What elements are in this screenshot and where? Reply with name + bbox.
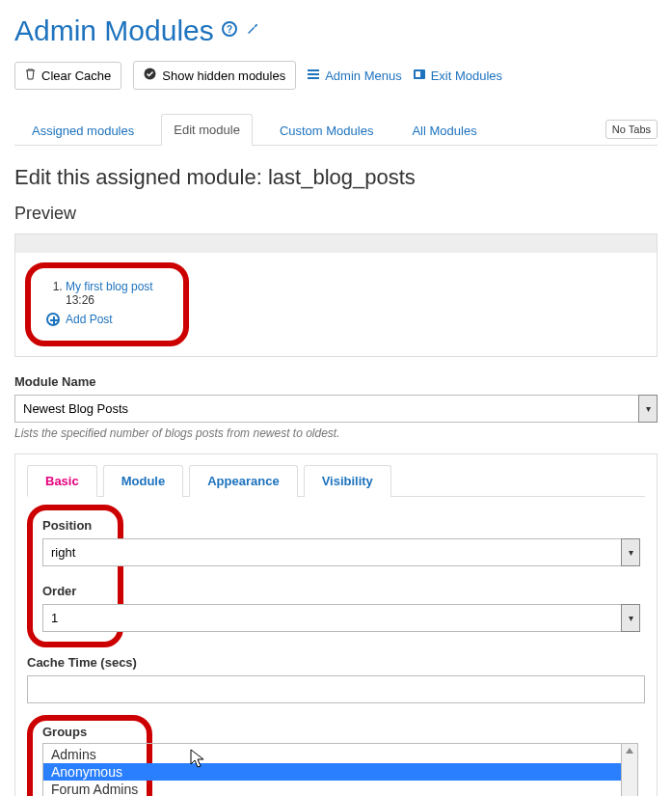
preview-titlebar	[14, 233, 658, 253]
help-icon[interactable]: ?	[222, 21, 237, 41]
clear-cache-button[interactable]: Clear Cache	[14, 62, 121, 90]
svg-rect-4	[416, 71, 420, 77]
groups-listbox[interactable]: Admins Anonymous Forum Admins Registered	[42, 743, 622, 796]
admin-menus-label: Admin Menus	[325, 69, 401, 83]
tab-visibility[interactable]: Visibility	[304, 465, 391, 497]
position-dropdown-icon[interactable]: ▾	[621, 538, 640, 566]
edit-heading: Edit this assigned module: last_blog_pos…	[14, 165, 658, 190]
tab-custom-modules[interactable]: Custom Modules	[268, 116, 386, 146]
no-tabs-button[interactable]: No Tabs	[605, 120, 658, 139]
admin-menus-link[interactable]: Admin Menus	[308, 69, 401, 83]
preview-heading: Preview	[14, 204, 658, 224]
order-select[interactable]	[42, 604, 621, 632]
show-hidden-button[interactable]: Show hidden modules	[133, 61, 296, 90]
page-title: Admin Modules ?	[14, 14, 658, 47]
order-dropdown-icon[interactable]: ▾	[621, 604, 640, 632]
position-order-highlight: Position ▾ Order ▾	[27, 505, 123, 647]
group-option-forum-admins[interactable]: Forum Admins	[43, 781, 621, 796]
module-name-select[interactable]	[14, 395, 638, 423]
tab-appearance[interactable]: Appearance	[189, 465, 297, 497]
svg-text:?: ?	[227, 24, 232, 35]
position-select[interactable]	[42, 538, 621, 566]
wrench-icon[interactable]	[245, 21, 260, 41]
page-title-text: Admin Modules	[14, 14, 214, 47]
preview-post-item: My first blog post 13:26	[66, 280, 168, 307]
trash-icon	[25, 69, 36, 83]
groups-scrollbar[interactable]	[622, 743, 638, 796]
add-post-link[interactable]: Add Post	[46, 313, 113, 326]
group-option-admins[interactable]: Admins	[43, 746, 621, 763]
module-settings-panel: Basic Module Appearance Visibility Posit…	[14, 453, 658, 796]
tab-assigned-modules[interactable]: Assigned modules	[20, 116, 146, 146]
order-label: Order	[42, 584, 108, 598]
cache-time-label: Cache Time (secs)	[27, 655, 645, 670]
add-post-label: Add Post	[66, 313, 113, 326]
settings-tabs: Basic Module Appearance Visibility	[27, 464, 645, 497]
position-label: Position	[42, 518, 108, 533]
preview-post-time: 13:26	[66, 293, 94, 307]
main-tabs: Assigned modules Edit module Custom Modu…	[14, 113, 658, 146]
group-option-anonymous[interactable]: Anonymous	[43, 763, 621, 781]
show-hidden-label: Show hidden modules	[162, 69, 285, 83]
tab-basic[interactable]: Basic	[27, 465, 97, 497]
tab-module[interactable]: Module	[103, 465, 184, 497]
module-name-dropdown-icon[interactable]: ▾	[638, 395, 658, 423]
menu-icon	[308, 69, 319, 82]
groups-label: Groups	[42, 725, 137, 739]
module-name-hint: Lists the specified number of blogs post…	[14, 426, 658, 440]
clear-cache-label: Clear Cache	[41, 69, 111, 83]
exit-modules-label: Exit Modules	[431, 69, 502, 83]
plus-circle-icon	[46, 313, 60, 326]
exit-icon	[414, 69, 425, 82]
preview-highlight: My first blog post 13:26 Add Post	[25, 262, 189, 346]
preview-post-link[interactable]: My first blog post	[66, 280, 153, 293]
module-name-label: Module Name	[14, 374, 658, 389]
cache-time-input[interactable]	[27, 675, 645, 703]
tab-all-modules[interactable]: All Modules	[400, 116, 488, 146]
exit-modules-link[interactable]: Exit Modules	[414, 69, 502, 83]
groups-highlight: Groups Admins Anonymous Forum Admins Reg…	[27, 715, 152, 796]
check-circle-icon	[144, 68, 156, 83]
top-toolbar: Clear Cache Show hidden modules Admin Me…	[14, 61, 658, 90]
tab-edit-module[interactable]: Edit module	[161, 114, 253, 146]
